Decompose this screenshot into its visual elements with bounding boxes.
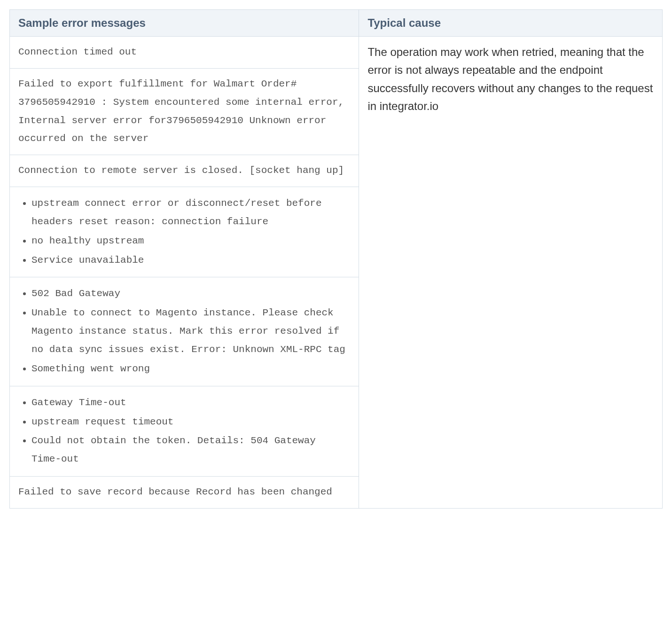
error-list: upstream connect error or disconnect/res…: [18, 195, 350, 269]
header-typical-cause: Typical cause: [359, 10, 663, 37]
list-item: Unable to connect to Magento instance. P…: [31, 304, 350, 359]
error-message-cell: Connection to remote server is closed. […: [10, 155, 359, 187]
list-item: upstream connect error or disconnect/res…: [31, 195, 350, 231]
list-item: Gateway Time-out: [31, 394, 350, 412]
error-list: 502 Bad Gateway Unable to connect to Mag…: [18, 285, 350, 378]
list-item: Something went wrong: [31, 360, 350, 378]
error-list: Gateway Time-out upstream request timeou…: [18, 394, 350, 469]
list-item: upstream request timeout: [31, 413, 350, 431]
error-message-cell: 502 Bad Gateway Unable to connect to Mag…: [10, 277, 359, 386]
header-sample-errors: Sample error messages: [10, 10, 359, 37]
error-message-cell: Failed to export fulfillment for Walmart…: [10, 68, 359, 155]
table-row: Connection timed out The operation may w…: [10, 37, 663, 69]
error-message-cell: upstream connect error or disconnect/res…: [10, 187, 359, 277]
error-message-cell: Failed to save record because Record has…: [10, 477, 359, 509]
list-item: Service unavailable: [31, 251, 350, 270]
error-message-cell: Connection timed out: [10, 37, 359, 69]
typical-cause-cell: The operation may work when retried, mea…: [359, 37, 663, 509]
error-message-cell: Gateway Time-out upstream request timeou…: [10, 386, 359, 476]
list-item: Could not obtain the token. Details: 504…: [31, 432, 350, 469]
list-item: no healthy upstream: [31, 232, 350, 251]
list-item: 502 Bad Gateway: [31, 285, 350, 303]
table-header-row: Sample error messages Typical cause: [10, 10, 663, 37]
error-messages-table: Sample error messages Typical cause Conn…: [9, 9, 663, 509]
